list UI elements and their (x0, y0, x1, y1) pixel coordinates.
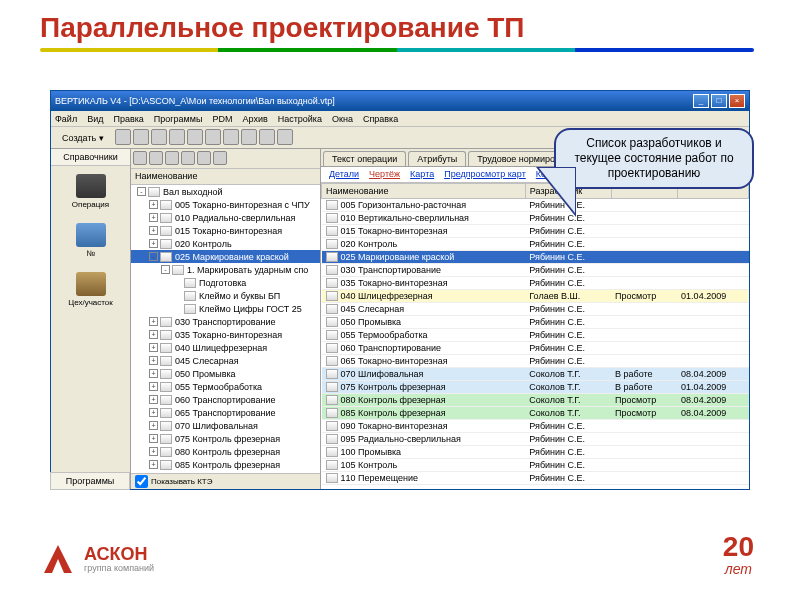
tree-node[interactable]: +040 Шлицефрезерная (131, 341, 320, 354)
tree-node[interactable]: -1. Маркировать ударным спо (131, 263, 320, 276)
tree-node[interactable]: +015 Токарно-винторезная (131, 224, 320, 237)
expander-icon[interactable]: - (161, 265, 170, 274)
tool-icon-3[interactable] (169, 129, 185, 145)
tree-node[interactable]: +005 Токарно-винторезная с ЧПУ (131, 198, 320, 211)
table-row[interactable]: 010 Вертикально-сверлильнаяРябинин С.Е. (322, 212, 749, 225)
table-row[interactable]: 020 КонтрольРябинин С.Е. (322, 238, 749, 251)
tree-node[interactable]: +080 Контроль фрезерная (131, 445, 320, 458)
sub-link[interactable]: Чертёж (369, 169, 400, 180)
expander-icon[interactable]: + (149, 447, 158, 456)
tree-node[interactable]: +035 Токарно-винторезная (131, 328, 320, 341)
tree-node[interactable]: -Вал выходной (131, 185, 320, 198)
expander-icon[interactable]: + (149, 460, 158, 469)
table-row[interactable]: 090 Токарно-винторезнаяРябинин С.Е. (322, 420, 749, 433)
minimize-button[interactable]: _ (693, 94, 709, 108)
table-row[interactable]: 035 Токарно-винторезнаяРябинин С.Е. (322, 277, 749, 290)
expander-icon[interactable]: + (149, 395, 158, 404)
menu-Файл[interactable]: Файл (55, 114, 77, 124)
tree-node[interactable]: +065 Транспортирование (131, 406, 320, 419)
operations-table[interactable]: НаименованиеРазработчик 005 Горизонтальн… (321, 183, 749, 485)
expander-icon[interactable]: + (149, 239, 158, 248)
table-row[interactable]: 040 ШлицефрезернаяГолаев В.Ш.Просмотр01.… (322, 290, 749, 303)
menu-Программы[interactable]: Программы (154, 114, 203, 124)
tree-node[interactable]: +030 Транспортирование (131, 315, 320, 328)
table-row[interactable]: 110 ПеремещениеРябинин С.Е. (322, 472, 749, 485)
expander-icon[interactable]: + (149, 330, 158, 339)
table-row[interactable]: 025 Маркирование краскойРябинин С.Е. (322, 251, 749, 264)
expander-icon[interactable]: + (149, 434, 158, 443)
tree-node[interactable]: +070 Шлифовальная (131, 419, 320, 432)
maximize-button[interactable]: □ (711, 94, 727, 108)
expander-icon[interactable]: + (149, 369, 158, 378)
table-row[interactable]: 070 ШлифовальнаяСоколов Т.Г.В работе08.0… (322, 368, 749, 381)
expander-icon[interactable]: + (149, 382, 158, 391)
tool-icon-7[interactable] (241, 129, 257, 145)
menu-Настройка[interactable]: Настройка (278, 114, 322, 124)
sidebar-№[interactable]: № (51, 215, 130, 264)
sub-link[interactable]: Карта (410, 169, 434, 180)
menu-PDM[interactable]: PDM (212, 114, 232, 124)
table-row[interactable]: 075 Контроль фрезернаяСоколов Т.Г.В рабо… (322, 381, 749, 394)
table-row[interactable]: 095 Радиально-сверлильнаяРябинин С.Е. (322, 433, 749, 446)
sidebar-Операция[interactable]: Операция (51, 166, 130, 215)
sidebar-Цех/участок[interactable]: Цех/участок (51, 264, 130, 313)
table-row[interactable]: 045 СлесарнаяРябинин С.Е. (322, 303, 749, 316)
tree-node[interactable]: +060 Транспортирование (131, 393, 320, 406)
tree-body[interactable]: -Вал выходной+005 Токарно-винторезная с … (131, 185, 320, 473)
expander-icon[interactable]: + (149, 408, 158, 417)
tool-icon-9[interactable] (277, 129, 293, 145)
expander-icon[interactable]: + (149, 213, 158, 222)
tree-node[interactable]: +075 Контроль фрезерная (131, 432, 320, 445)
col-header[interactable]: Наименование (322, 184, 526, 199)
tool-icon-2[interactable] (151, 129, 167, 145)
tree-node[interactable]: +055 Термообработка (131, 380, 320, 393)
tree-node[interactable]: Подготовка (131, 276, 320, 289)
table-row[interactable]: 055 ТермообработкаРябинин С.Е. (322, 329, 749, 342)
tree-node[interactable]: +085 Контроль фрезерная (131, 458, 320, 471)
table-row[interactable]: 060 ТранспортированиеРябинин С.Е. (322, 342, 749, 355)
tree-tool-5[interactable] (213, 151, 227, 165)
tree-tool-1[interactable] (149, 151, 163, 165)
tool-icon-0[interactable] (115, 129, 131, 145)
view-tab[interactable]: Текст операции (323, 151, 406, 166)
sidebar-tab-programs[interactable]: Программы (50, 472, 130, 490)
tree-node[interactable]: +020 Контроль (131, 237, 320, 250)
table-row[interactable]: 050 ПромывкаРябинин С.Е. (322, 316, 749, 329)
table-row[interactable]: 105 КонтрольРябинин С.Е. (322, 459, 749, 472)
table-row[interactable]: 065 Токарно-винторезнаяРябинин С.Е. (322, 355, 749, 368)
sub-link[interactable]: Предпросмотр карт (444, 169, 526, 180)
expander-icon[interactable]: - (137, 187, 146, 196)
tool-icon-5[interactable] (205, 129, 221, 145)
expander-icon[interactable]: + (149, 200, 158, 209)
expander-icon[interactable]: + (149, 421, 158, 430)
tree-tool-3[interactable] (181, 151, 195, 165)
view-tab[interactable]: Атрибуты (408, 151, 466, 166)
menu-Справка[interactable]: Справка (363, 114, 398, 124)
table-row[interactable]: 100 ПромывкаРябинин С.Е. (322, 446, 749, 459)
tree-tool-4[interactable] (197, 151, 211, 165)
menu-Окна[interactable]: Окна (332, 114, 353, 124)
tree-node[interactable]: Клеймо Цифры ГОСТ 25 (131, 302, 320, 315)
table-container[interactable]: НаименованиеРазработчик 005 Горизонтальн… (321, 183, 749, 489)
menu-Правка[interactable]: Правка (113, 114, 143, 124)
table-row[interactable]: 080 Контроль фрезернаяСоколов Т.Г.Просмо… (322, 394, 749, 407)
table-row[interactable]: 085 Контроль фрезернаяСоколов Т.Г.Просмо… (322, 407, 749, 420)
expander-icon[interactable]: + (149, 317, 158, 326)
show-kte-checkbox[interactable] (135, 475, 148, 488)
tree-node[interactable]: +045 Слесарная (131, 354, 320, 367)
tree-tool-0[interactable] (133, 151, 147, 165)
sub-link[interactable]: Детали (329, 169, 359, 180)
menu-Вид[interactable]: Вид (87, 114, 103, 124)
expander-icon[interactable]: + (149, 343, 158, 352)
close-button[interactable]: × (729, 94, 745, 108)
tool-icon-8[interactable] (259, 129, 275, 145)
tree-node[interactable]: +050 Промывка (131, 367, 320, 380)
expander-icon[interactable]: + (149, 356, 158, 365)
tree-node[interactable]: +010 Радиально-сверлильная (131, 211, 320, 224)
tool-icon-6[interactable] (223, 129, 239, 145)
create-button[interactable]: Создать ▾ (55, 131, 111, 145)
sidebar-tab-ref[interactable]: Справочники (51, 149, 130, 166)
tool-icon-4[interactable] (187, 129, 203, 145)
tree-node[interactable]: Клеймо и буквы БП (131, 289, 320, 302)
menu-Архив[interactable]: Архив (242, 114, 267, 124)
